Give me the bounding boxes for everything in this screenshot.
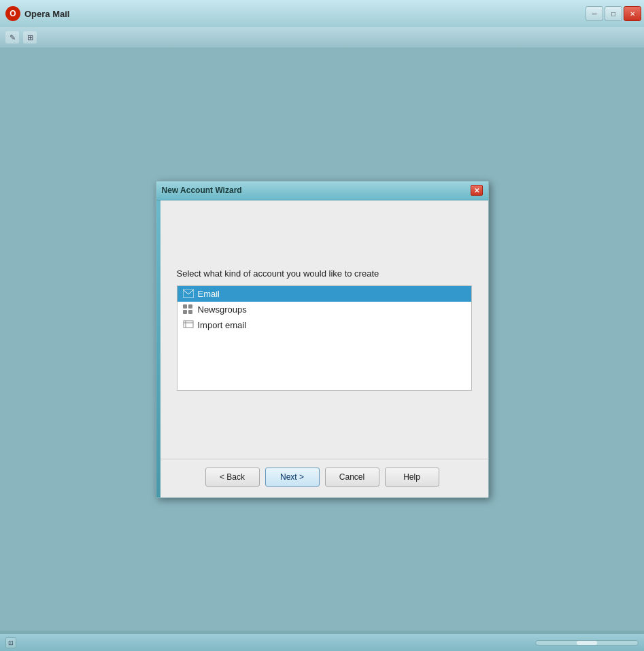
dialog-left-panel <box>156 200 160 497</box>
scroll-thumb <box>577 641 597 645</box>
email-icon <box>183 289 194 298</box>
toolbar: ✎ ⊞ <box>0 27 644 48</box>
svg-rect-2 <box>188 304 192 309</box>
cancel-button[interactable]: Cancel <box>325 468 379 487</box>
list-item-newsgroups[interactable]: Newsgroups <box>177 302 471 317</box>
import-email-icon <box>183 320 194 330</box>
svg-rect-3 <box>183 310 187 314</box>
minimize-button[interactable]: ─ <box>586 6 603 21</box>
list-item-import-email-label: Import email <box>198 320 247 330</box>
status-icon: ⊡ <box>5 637 16 648</box>
restore-button[interactable]: □ <box>605 6 622 21</box>
account-type-listbox[interactable]: Email <box>177 285 472 391</box>
dialog-content: Select what kind of account you would li… <box>156 200 488 459</box>
compose-icon[interactable]: ✎ <box>5 31 19 43</box>
svg-rect-4 <box>188 310 192 314</box>
svg-rect-1 <box>183 304 187 309</box>
new-account-wizard-dialog: New Account Wizard ✕ Select what kind of… <box>156 181 489 498</box>
list-item-newsgroups-label: Newsgroups <box>198 304 247 315</box>
main-area: New Account Wizard ✕ Select what kind of… <box>0 48 644 631</box>
newsgroups-icon <box>183 304 194 314</box>
dialog-body: Select what kind of account you would li… <box>177 214 472 448</box>
list-item-import-email[interactable]: Import email <box>177 317 471 333</box>
help-button[interactable]: Help <box>385 468 439 487</box>
app-title-bar: O Opera Mail ─ □ ✕ <box>0 0 644 27</box>
dialog-overlay: New Account Wizard ✕ Select what kind of… <box>0 48 644 631</box>
dialog-close-button[interactable]: ✕ <box>471 185 483 196</box>
scroll-track[interactable] <box>535 640 639 646</box>
toolbar-icon-2[interactable]: ⊞ <box>23 31 37 43</box>
dialog-footer: < Back Next > Cancel Help <box>156 459 488 497</box>
dialog-instruction: Select what kind of account you would li… <box>177 268 472 279</box>
app-logo: O <box>5 6 20 21</box>
list-item-email[interactable]: Email <box>177 286 471 302</box>
svg-rect-5 <box>184 321 193 328</box>
scrollbar-area[interactable] <box>535 634 644 651</box>
app-title: Opera Mail <box>24 9 69 19</box>
window-controls: ─ □ ✕ <box>586 6 641 21</box>
back-button[interactable]: < Back <box>205 468 260 487</box>
status-bar: ⊡ <box>0 634 644 651</box>
dialog-title-bar: New Account Wizard ✕ <box>156 181 488 200</box>
next-button[interactable]: Next > <box>265 468 320 487</box>
dialog-title: New Account Wizard <box>162 186 242 195</box>
close-window-button[interactable]: ✕ <box>624 6 641 21</box>
list-item-email-label: Email <box>198 289 220 299</box>
